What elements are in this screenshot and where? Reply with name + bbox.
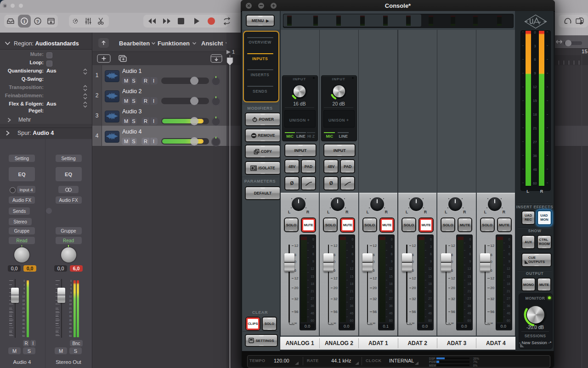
svg-text:?: ? (36, 19, 39, 24)
svg-text:i: i (24, 19, 25, 24)
